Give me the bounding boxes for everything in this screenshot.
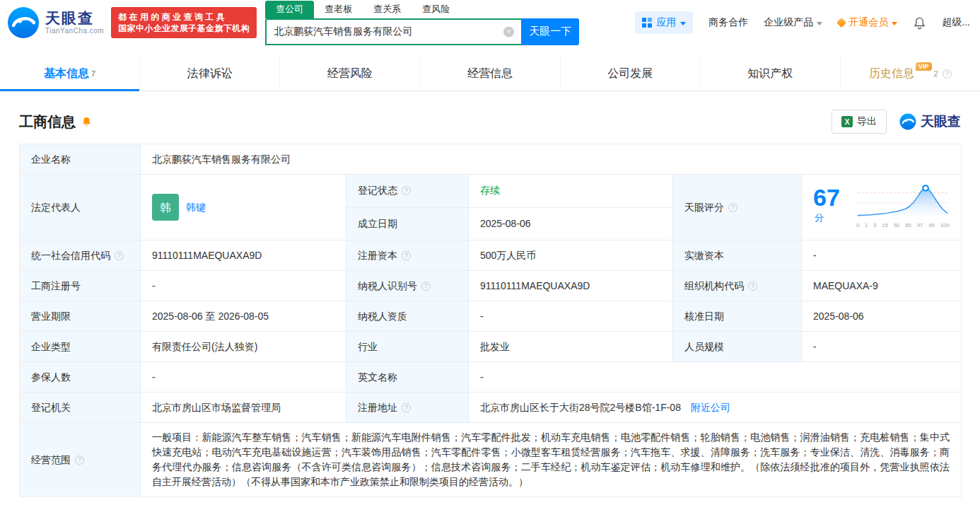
- logo-text: 天眼查 TianYanCha.com: [45, 10, 104, 35]
- open-membership-link[interactable]: 开通会员: [838, 16, 897, 29]
- chevron-down-icon: [892, 22, 897, 25]
- logo-text-cn: 天眼查: [45, 10, 104, 27]
- field-label: 营业期限: [20, 301, 141, 332]
- vip-badge: VIP: [916, 62, 932, 71]
- help-icon[interactable]: ?: [728, 203, 737, 212]
- legal-rep-value: 韩 韩键: [141, 175, 346, 240]
- search-input[interactable]: [267, 20, 521, 44]
- help-icon[interactable]: ?: [402, 186, 411, 195]
- help-icon[interactable]: ?: [402, 403, 411, 412]
- field-label: 组织机构代码 ?: [673, 271, 802, 301]
- section-head-actions: X 导出 天眼查: [832, 110, 961, 134]
- gem-icon: [836, 18, 846, 28]
- tab-history-info[interactable]: 历史信息 VIP 2 ?: [840, 57, 980, 91]
- approve-date-value: 2025-08-06: [802, 301, 962, 332]
- reg-authority-value: 北京市房山区市场监督管理局: [141, 393, 346, 423]
- apps-grid-icon: [642, 18, 652, 28]
- field-label: 登记机关: [20, 393, 141, 423]
- export-button[interactable]: X 导出: [832, 110, 887, 134]
- field-label: 成立日期: [346, 207, 469, 240]
- field-label: 核准日期: [673, 301, 802, 332]
- apps-label: 应用: [656, 16, 676, 29]
- chevron-down-icon: [680, 22, 686, 25]
- field-label: 天眼评分 ?: [673, 175, 802, 240]
- insured-count-value: -: [141, 362, 346, 393]
- field-label: 登记状态 ?: [346, 175, 469, 208]
- svg-text:X: X: [845, 118, 850, 126]
- field-label: 实缴资本: [673, 240, 802, 271]
- table-row: 企业类型 有限责任公司(法人独资) 行业 批发业 人员规模 -: [20, 332, 962, 362]
- help-icon[interactable]: ?: [421, 281, 431, 291]
- help-icon[interactable]: ?: [943, 69, 952, 79]
- slogan-line2: 国家中小企业发展子基金旗下机构: [118, 23, 250, 34]
- enterprise-products-link[interactable]: 企业级产品: [764, 16, 822, 29]
- tab-count: 2: [934, 69, 938, 78]
- reg-capital-value: 500万人民币: [469, 240, 673, 271]
- tianyancha-logo-icon: [7, 6, 40, 39]
- search-button[interactable]: 天眼一下: [521, 18, 579, 45]
- top-header: 天眼查 TianYanCha.com 都在用的商业查询工具 国家中小企业发展子基…: [0, 0, 980, 45]
- legal-rep-link[interactable]: 韩键: [186, 200, 206, 215]
- table-row: 统一社会信用代码 ? 91110111MAEQUAXA9D 注册资本 ? 500…: [20, 240, 962, 271]
- search-tab-relation[interactable]: 查关系: [363, 1, 412, 18]
- tab-company-development[interactable]: 公司发展: [560, 57, 700, 91]
- reg-address-value: 北京市房山区长于大街28号院2号楼B馆-1F-08: [480, 402, 681, 413]
- business-coop-link[interactable]: 商务合作: [708, 16, 748, 29]
- help-icon[interactable]: ?: [748, 281, 757, 291]
- field-label: 统一社会信用代码 ?: [20, 240, 141, 271]
- legal-rep-avatar[interactable]: 韩: [152, 194, 179, 221]
- score-number: 67分: [813, 190, 848, 225]
- monitor-bell-icon[interactable]: [81, 116, 92, 127]
- chevron-down-icon: [817, 22, 822, 25]
- tianyancha-logo[interactable]: 天眼查 TianYanCha.com: [7, 6, 104, 39]
- search-tab-boss[interactable]: 查老板: [314, 1, 363, 18]
- search-tab-risk[interactable]: 查风险: [412, 1, 460, 18]
- field-label: 英文名称: [346, 362, 469, 393]
- search-box: ×: [265, 18, 521, 45]
- brand-slogan: 都在用的商业查询工具 国家中小企业发展子基金旗下机构: [111, 7, 257, 38]
- company-name-value: 北京鹏荻汽车销售服务有限公司: [141, 144, 962, 175]
- field-label: 参保人数: [20, 362, 141, 393]
- apps-menu[interactable]: 应用: [635, 11, 693, 34]
- tianyan-score-cell: 67分: [802, 175, 962, 240]
- field-label: 注册资本 ?: [346, 240, 469, 271]
- taxpayer-quality-value: -: [469, 301, 673, 332]
- clear-search-icon[interactable]: ×: [503, 26, 514, 37]
- industry-value: 批发业: [469, 332, 673, 362]
- super-vip-link[interactable]: 超级...: [942, 16, 970, 29]
- tab-basic-info[interactable]: 基本信息7: [0, 57, 139, 91]
- field-label: 经营范围 ?: [20, 423, 141, 497]
- search-tab-company[interactable]: 查公司: [265, 1, 314, 18]
- establish-date-value: 2025-08-06: [469, 207, 673, 240]
- tianyancha-watermark: 天眼查: [899, 112, 961, 131]
- business-term-value: 2025-08-06 至 2026-08-05: [141, 301, 346, 332]
- help-icon[interactable]: ?: [75, 455, 84, 465]
- slogan-line1: 都在用的商业查询工具: [118, 11, 250, 23]
- tab-operation-risk[interactable]: 经营风险: [279, 57, 419, 91]
- field-label: 企业类型: [20, 332, 141, 362]
- company-section-tabs: 基本信息7 法律诉讼 经营风险 经营信息 公司发展 知识产权 历史信息 VIP …: [0, 57, 980, 91]
- field-label: 注册地址 ?: [346, 393, 469, 423]
- tab-operation-info[interactable]: 经营信息: [419, 57, 559, 91]
- section-head: 工商信息 X 导出 天眼查: [19, 110, 961, 134]
- table-row: 工商注册号 - 纳税人识别号 ? 91110111MAEQUAXA9D 组织机构…: [20, 271, 962, 301]
- help-icon[interactable]: ?: [115, 251, 124, 260]
- credit-code-value: 91110111MAEQUAXA9D: [141, 240, 346, 271]
- notification-bell-icon[interactable]: [913, 16, 926, 30]
- reg-status-value: 存续: [469, 175, 673, 208]
- business-scope-value: 一般项目：新能源汽车整车销售；汽车销售；新能源汽车电附件销售；汽车零配件批发；机…: [141, 423, 962, 497]
- tab-intellectual-property[interactable]: 知识产权: [700, 57, 840, 91]
- table-row: 经营范围 ? 一般项目：新能源汽车整车销售；汽车销售；新能源汽车电附件销售；汽车…: [20, 423, 962, 497]
- page: 天眼查 TianYanCha.com 都在用的商业查询工具 国家中小企业发展子基…: [0, 0, 980, 497]
- field-label: 纳税人识别号 ?: [346, 271, 469, 301]
- taxpayer-no-value: 91110111MAEQUAXA9D: [469, 271, 673, 301]
- tab-legal-litigation[interactable]: 法律诉讼: [139, 57, 279, 91]
- company-type-value: 有限责任公司(法人独资): [141, 332, 346, 362]
- english-name-value: -: [469, 362, 962, 393]
- field-label: 法定代表人: [20, 175, 141, 240]
- field-label: 企业名称: [20, 144, 141, 175]
- reg-address-cell: 北京市房山区长于大街28号院2号楼B馆-1F-08 附近公司: [469, 393, 962, 423]
- nearby-companies-link[interactable]: 附近公司: [691, 402, 730, 413]
- help-icon[interactable]: ?: [402, 251, 411, 260]
- logo-text-en: TianYanCha.com: [45, 27, 104, 35]
